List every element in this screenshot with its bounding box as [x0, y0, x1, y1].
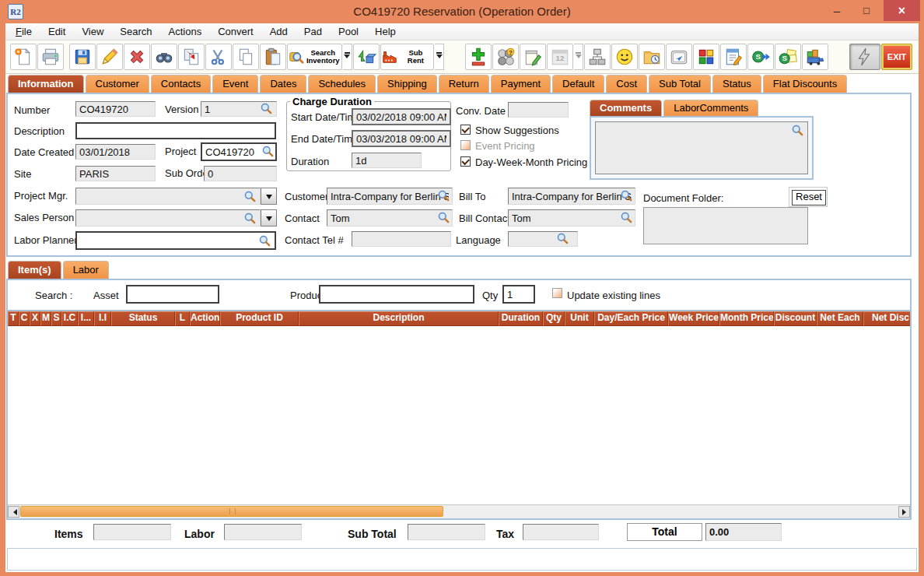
column-header-m[interactable]: M	[40, 311, 51, 326]
column-header-week-price[interactable]: Week Price	[668, 311, 719, 326]
tab-event[interactable]: Event	[212, 75, 258, 93]
column-header-unit[interactable]: Unit	[565, 311, 594, 326]
column-header-i-i[interactable]: I.I	[94, 311, 111, 326]
menu-actions[interactable]: Actions	[169, 26, 202, 37]
column-header-action[interactable]: Action	[190, 311, 220, 326]
sales-person-lookup-icon[interactable]	[243, 212, 257, 225]
tab-cost[interactable]: Cost	[606, 75, 647, 93]
comments-textarea[interactable]	[595, 121, 808, 174]
contact-field[interactable]	[327, 209, 453, 227]
calendar-dropdown[interactable]	[574, 44, 583, 70]
bill-contact-lookup-icon[interactable]	[620, 211, 633, 224]
add-remove-button[interactable]	[465, 44, 492, 70]
column-header-t[interactable]: T	[8, 311, 19, 326]
sales-person-field[interactable]	[75, 209, 261, 227]
column-header-i[interactable]: I...	[78, 311, 94, 326]
sub-rent-dropdown[interactable]	[435, 44, 444, 70]
money-forward-button[interactable]: S	[747, 44, 774, 70]
start-datetime-field[interactable]	[352, 108, 451, 125]
project-mgr-dropdown[interactable]	[261, 188, 277, 205]
bill-to-lookup-icon[interactable]	[620, 189, 633, 202]
bill-to-field[interactable]	[508, 188, 635, 205]
column-header-duration[interactable]: Duration	[499, 311, 543, 326]
org-chart-button[interactable]	[584, 44, 611, 70]
menu-pad[interactable]: Pad	[304, 26, 322, 37]
tab-default[interactable]: Default	[552, 75, 604, 93]
description-field[interactable]	[75, 122, 276, 139]
column-header-x[interactable]: X	[30, 311, 40, 326]
menu-pool[interactable]: Pool	[338, 26, 359, 37]
menu-view[interactable]: View	[82, 26, 103, 37]
column-header-discount[interactable]: Discount	[774, 311, 817, 326]
sub-rent-button[interactable]: Sub Rent	[380, 44, 435, 70]
notepad-edit-button[interactable]	[520, 44, 546, 70]
edit-button[interactable]	[96, 44, 123, 70]
language-lookup-icon[interactable]	[556, 232, 569, 245]
column-header-i-c[interactable]: I.C	[61, 311, 78, 326]
tab-sub-total[interactable]: Sub Total	[649, 75, 711, 93]
qty-input[interactable]	[502, 285, 535, 304]
column-header-day-each-price[interactable]: Day/Each Price	[594, 311, 668, 326]
send-key-button[interactable]	[666, 44, 692, 70]
group-question-button[interactable]: ?	[492, 44, 519, 70]
asset-search-input[interactable]	[126, 285, 219, 304]
smiley-button[interactable]	[611, 44, 638, 70]
tab-information[interactable]: Information	[8, 75, 84, 93]
tab-contacts[interactable]: Contacts	[151, 75, 211, 93]
money-notes-button[interactable]: S	[775, 44, 801, 70]
menu-help[interactable]: Help	[375, 26, 396, 37]
menu-file[interactable]: File	[16, 26, 32, 37]
column-header-net-disc[interactable]: Net Disc	[863, 311, 910, 326]
project-mgr-lookup-icon[interactable]	[243, 190, 257, 203]
scroll-right-button[interactable]	[898, 506, 910, 518]
column-header-status[interactable]: Status	[111, 311, 175, 326]
tab-status[interactable]: Status	[712, 75, 761, 93]
end-datetime-field[interactable]	[352, 130, 451, 147]
version-lookup-icon[interactable]	[260, 102, 273, 115]
truck-delivery-button[interactable]	[802, 44, 828, 70]
contact-lookup-icon[interactable]	[437, 211, 450, 224]
color-blocks-button[interactable]	[693, 44, 719, 70]
tab-schedules[interactable]: Schedules	[308, 75, 376, 93]
tab-laborcomments[interactable]: LaborComments	[663, 100, 758, 116]
menu-search[interactable]: Search	[120, 26, 152, 37]
column-header-description[interactable]: Description	[299, 311, 499, 326]
search-inventory-dropdown[interactable]	[343, 44, 352, 70]
sales-person-dropdown[interactable]	[261, 209, 277, 227]
cut-button[interactable]	[205, 44, 232, 70]
column-header-product-id[interactable]: Product ID	[220, 311, 299, 326]
column-header-l[interactable]: L	[175, 311, 190, 326]
project-lookup-icon[interactable]	[261, 145, 275, 158]
menu-edit[interactable]: Edit	[48, 26, 65, 37]
lightning-button[interactable]	[849, 44, 880, 70]
labor-planner-lookup-icon[interactable]	[258, 234, 271, 248]
column-header-c[interactable]: C	[19, 311, 30, 326]
document-folder-box[interactable]	[643, 207, 808, 244]
day-week-month-pricing-checkbox[interactable]	[460, 156, 471, 167]
maximize-button[interactable]: □	[852, 0, 880, 21]
find-button[interactable]	[151, 44, 177, 70]
document-edit-button[interactable]	[720, 44, 747, 70]
close-button[interactable]: ×	[884, 0, 920, 21]
column-header-net-each[interactable]: Net Each	[817, 311, 863, 326]
folder-clock-button[interactable]	[639, 44, 665, 70]
delete-button[interactable]	[124, 44, 150, 70]
minimize-button[interactable]: –	[823, 0, 851, 21]
scrollbar-thumb[interactable]	[20, 506, 443, 517]
tab-dates[interactable]: Dates	[260, 75, 306, 93]
tab-comments[interactable]: Comments	[590, 100, 662, 116]
tab-shipping[interactable]: Shipping	[377, 75, 437, 93]
tab-return[interactable]: Return	[439, 75, 489, 93]
column-header-s[interactable]: S	[51, 311, 61, 326]
tab-customer[interactable]: Customer	[86, 75, 149, 93]
convert-shape-button[interactable]	[353, 44, 380, 70]
customer-field[interactable]	[327, 188, 453, 205]
menu-add[interactable]: Add	[270, 26, 288, 37]
column-header-qty[interactable]: Qty	[543, 311, 565, 326]
comments-lookup-icon[interactable]	[791, 124, 804, 137]
product-search-input[interactable]	[319, 285, 474, 304]
show-suggestions-checkbox[interactable]	[460, 125, 471, 135]
labor-planner-field[interactable]	[75, 231, 276, 250]
paste-button[interactable]	[260, 44, 286, 70]
tab-item-s[interactable]: Item(s)	[8, 261, 61, 279]
